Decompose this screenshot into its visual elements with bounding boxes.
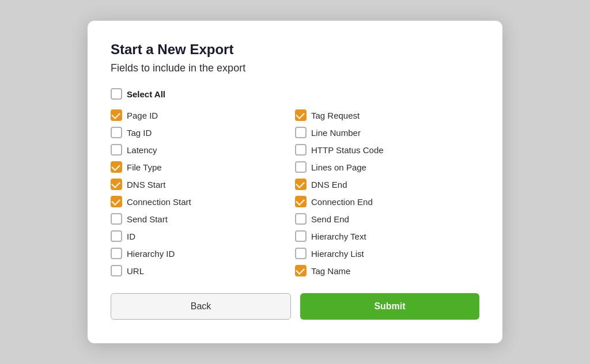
checkbox-dns-start[interactable] [111,179,122,190]
checkbox-tag-request[interactable] [295,109,307,121]
field-label-http-status: HTTP Status Code [311,145,384,155]
field-label-dns-start: DNS Start [127,180,166,189]
field-label-connection-start: Connection Start [127,197,191,207]
field-row-http-status: HTTP Status Code [295,141,479,158]
field-row-latency: Latency [111,141,295,158]
checkbox-hierarchy-list[interactable] [295,248,307,259]
field-row-lines-on-page: Lines on Page [295,158,479,176]
select-all-checkbox[interactable] [111,88,122,100]
checkbox-lines-on-page[interactable] [295,161,307,173]
field-row-connection-start: Connection Start [111,193,295,210]
checkbox-tag-name[interactable] [295,265,307,276]
field-label-tag-id: Tag ID [127,128,152,138]
checkbox-send-start[interactable] [111,213,122,225]
checkbox-hierarchy-text[interactable] [295,230,307,242]
checkbox-hierarchy-id[interactable] [111,248,122,259]
field-label-file-type: File Type [127,162,162,172]
select-all-label: Select All [127,89,165,99]
field-label-line-number: Line Number [311,128,361,138]
back-button[interactable]: Back [111,293,291,320]
field-row-dns-start: DNS Start [111,176,295,193]
field-row-tag-id: Tag ID [111,124,295,141]
field-row-hierarchy-list: Hierarchy List [295,245,479,262]
checkbox-send-end[interactable] [295,213,307,225]
checkbox-connection-end[interactable] [295,196,307,207]
field-label-send-start: Send Start [127,214,168,224]
checkbox-url[interactable] [111,265,122,276]
field-row-file-type: File Type [111,158,295,176]
select-all-row: Select All [111,88,479,100]
field-label-tag-name: Tag Name [311,266,350,276]
field-label-page-id: Page ID [127,111,158,120]
export-modal: Start a New Export Fields to include in … [88,21,502,343]
field-row-hierarchy-id: Hierarchy ID [111,245,295,262]
field-label-connection-end: Connection End [311,197,373,207]
field-label-latency: Latency [127,145,157,155]
checkbox-page-id[interactable] [111,109,122,121]
checkbox-tag-id[interactable] [111,127,122,138]
field-label-id: ID [127,232,135,241]
fields-section: Select All Page IDTag RequestTag IDLine … [111,88,479,279]
modal-title: Start a New Export [111,41,479,58]
field-row-line-number: Line Number [295,124,479,141]
field-row-id: ID [111,227,295,245]
checkbox-dns-end[interactable] [295,179,307,190]
checkbox-connection-start[interactable] [111,196,122,207]
checkbox-file-type[interactable] [111,161,122,173]
submit-button[interactable]: Submit [300,293,479,320]
field-label-dns-end: DNS End [311,180,347,189]
field-row-page-id: Page ID [111,107,295,124]
field-label-hierarchy-id: Hierarchy ID [127,249,175,259]
field-row-dns-end: DNS End [295,176,479,193]
field-row-send-end: Send End [295,210,479,227]
field-label-lines-on-page: Lines on Page [311,162,366,172]
fields-grid: Page IDTag RequestTag IDLine NumberLaten… [111,107,479,279]
field-label-send-end: Send End [311,214,349,224]
field-row-hierarchy-text: Hierarchy Text [295,227,479,245]
field-row-url: URL [111,262,295,279]
checkbox-latency[interactable] [111,144,122,156]
field-label-hierarchy-list: Hierarchy List [311,249,364,259]
field-label-tag-request: Tag Request [311,111,360,120]
field-label-hierarchy-text: Hierarchy Text [311,232,366,241]
footer: Back Submit [111,293,479,320]
field-label-url: URL [127,266,144,276]
field-row-send-start: Send Start [111,210,295,227]
checkbox-http-status[interactable] [295,144,307,156]
checkbox-id[interactable] [111,230,122,242]
field-row-connection-end: Connection End [295,193,479,210]
field-row-tag-name: Tag Name [295,262,479,279]
field-row-tag-request: Tag Request [295,107,479,124]
modal-subtitle: Fields to include in the export [111,62,479,74]
checkbox-line-number[interactable] [295,127,307,138]
